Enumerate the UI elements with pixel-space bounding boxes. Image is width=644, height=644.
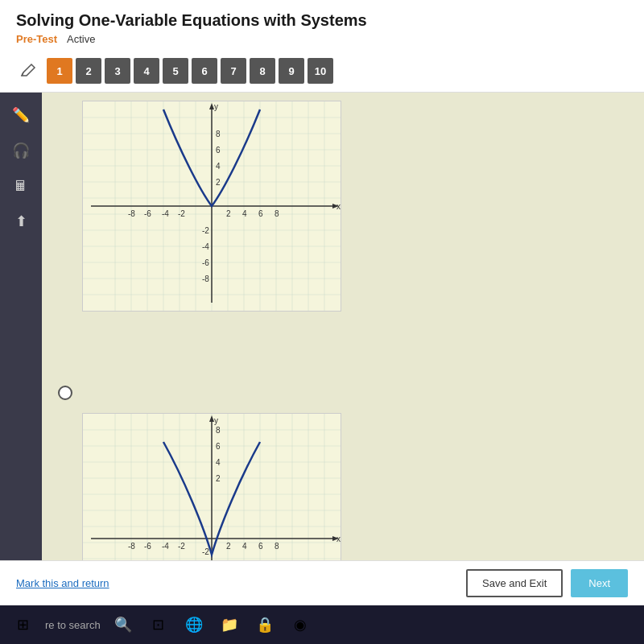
next-button[interactable]: Next [571,569,628,597]
screen: Solving One-Variable Equations with Syst… [0,0,644,644]
page-title: Solving One-Variable Equations with Syst… [16,11,628,30]
taskbar-lock-icon[interactable]: 🔒 [252,612,278,638]
svg-text:x: x [336,535,341,543]
tabs-row: 1 2 3 4 5 6 7 8 9 10 [16,52,628,87]
svg-text:6: 6 [216,442,221,451]
tab-3[interactable]: 3 [105,58,130,84]
graph-option-1: x y -8 -6 -4 -2 2 4 6 8 8 [58,101,628,400]
up-arrow-icon[interactable]: ⬆ [5,205,37,237]
pencil-icon [16,59,40,83]
tab-10[interactable]: 10 [308,58,333,84]
svg-text:6: 6 [216,146,221,155]
svg-text:8: 8 [275,209,279,218]
tab-8[interactable]: 8 [250,58,275,84]
svg-text:4: 4 [216,458,221,467]
graph-2-svg: x y -8 -6 -4 -2 2 4 6 8 8 [83,414,341,560]
svg-text:2: 2 [226,542,231,551]
tab-4[interactable]: 4 [134,58,159,84]
svg-text:-4: -4 [162,209,169,218]
svg-text:4: 4 [242,209,247,218]
svg-text:x: x [336,202,341,211]
svg-text:6: 6 [258,542,263,551]
svg-text:-4: -4 [202,242,209,251]
svg-text:-8: -8 [128,209,135,218]
taskbar: ⊞ re to search 🔍 ⊡ 🌐 📁 🔒 ◉ [0,605,644,644]
graph-1-svg: x y -8 -6 -4 -2 2 4 6 8 8 [83,101,341,311]
graph-1-container: x y -8 -6 -4 -2 2 4 6 8 8 [82,101,341,312]
left-sidebar: ✏️ 🎧 🖩 ⬆ [0,93,42,560]
tab-6[interactable]: 6 [192,58,217,84]
svg-text:-2: -2 [178,209,185,218]
svg-text:-2: -2 [202,226,209,235]
svg-text:-2: -2 [178,542,185,551]
headphone-icon[interactable]: 🎧 [5,134,37,167]
svg-text:2: 2 [226,209,231,218]
svg-text:-6: -6 [144,209,151,218]
svg-text:-8: -8 [128,542,135,551]
bottom-buttons: Save and Exit Next [466,569,628,597]
pencil-tool-icon[interactable]: ✏️ [5,99,37,131]
taskbar-browser-icon[interactable]: 🌐 [181,612,207,638]
tab-9[interactable]: 9 [279,58,304,84]
body-layout: ✏️ 🎧 🖩 ⬆ [0,93,644,560]
main-content: Solving One-Variable Equations with Syst… [0,0,644,605]
radio-option-1[interactable] [58,386,72,400]
svg-text:8: 8 [275,542,279,551]
svg-text:-2: -2 [202,547,209,556]
tab-7[interactable]: 7 [221,58,246,84]
taskbar-search-icon[interactable]: 🔍 [110,612,136,638]
taskbar-task-icon[interactable]: ⊡ [146,612,171,638]
tab-2[interactable]: 2 [76,58,101,84]
svg-text:2: 2 [216,178,221,187]
tab-1[interactable]: 1 [47,58,72,84]
svg-text:8: 8 [216,130,221,138]
windows-icon[interactable]: ⊞ [10,612,35,638]
taskbar-chrome-icon[interactable]: ◉ [287,612,313,638]
active-label: Active [67,33,95,45]
header: Solving One-Variable Equations with Syst… [0,0,644,93]
taskbar-search-text[interactable]: re to search [45,619,101,631]
save-exit-button[interactable]: Save and Exit [466,569,563,597]
svg-text:-4: -4 [162,542,169,551]
svg-text:y: y [214,102,218,111]
svg-text:2: 2 [216,474,221,483]
svg-text:6: 6 [258,209,263,218]
tab-5[interactable]: 5 [163,58,188,84]
graph-option-2: x y -8 -6 -4 -2 2 4 6 8 8 [58,413,628,560]
svg-text:4: 4 [242,542,247,551]
graph-2-container: x y -8 -6 -4 -2 2 4 6 8 8 [82,413,341,560]
svg-text:y: y [214,416,218,425]
svg-text:-6: -6 [144,542,151,551]
svg-text:-8: -8 [202,275,209,283]
taskbar-folder-icon[interactable]: 📁 [217,612,242,638]
svg-text:-6: -6 [202,258,209,267]
content-area: x y -8 -6 -4 -2 2 4 6 8 8 [42,93,644,560]
mark-return-link[interactable]: Mark this and return [16,577,109,589]
bottom-bar: Mark this and return Save and Exit Next [0,560,644,605]
calculator-icon[interactable]: 🖩 [5,170,37,202]
svg-text:4: 4 [216,162,221,171]
svg-text:8: 8 [216,426,221,435]
subtitle-row: Pre-Test Active [16,33,628,45]
pre-test-label: Pre-Test [16,33,57,45]
